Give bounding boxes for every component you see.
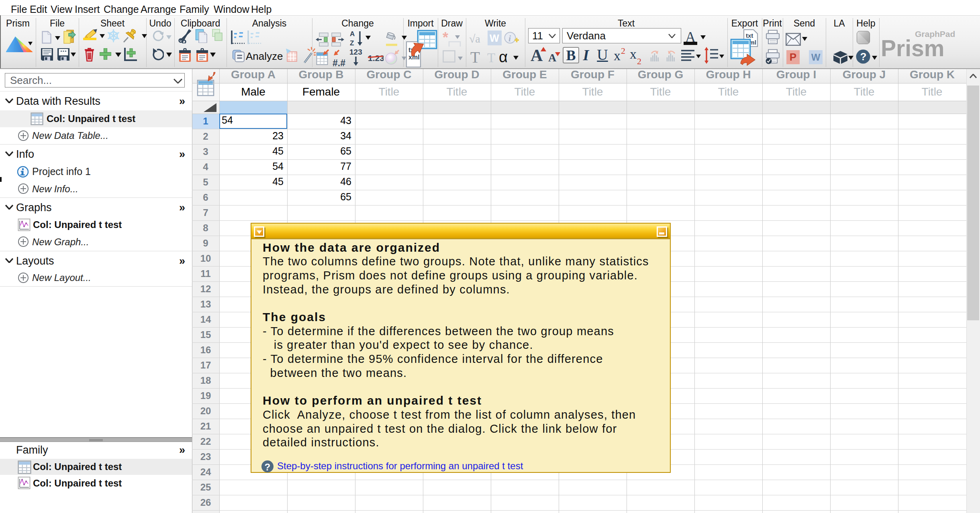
- svg-text:?: ?: [860, 51, 867, 63]
- svg-text:W: W: [490, 33, 499, 44]
- svg-text:1.23: 1.23: [368, 53, 384, 63]
- svg-text:x: x: [630, 47, 637, 61]
- svg-text:2: 2: [637, 56, 641, 65]
- svg-text:x: x: [614, 48, 621, 63]
- svg-text:2: 2: [621, 47, 625, 56]
- svg-text:#.#: #.#: [333, 58, 345, 67]
- svg-text:txt: txt: [746, 32, 753, 39]
- svg-text:?: ?: [265, 462, 271, 472]
- svg-text:123: 123: [349, 49, 362, 56]
- svg-text:Z: Z: [350, 39, 354, 46]
- svg-text:A: A: [350, 30, 355, 38]
- svg-text:√a: √a: [469, 33, 480, 45]
- svg-text:*: *: [443, 30, 448, 46]
- svg-text:i: i: [508, 33, 511, 43]
